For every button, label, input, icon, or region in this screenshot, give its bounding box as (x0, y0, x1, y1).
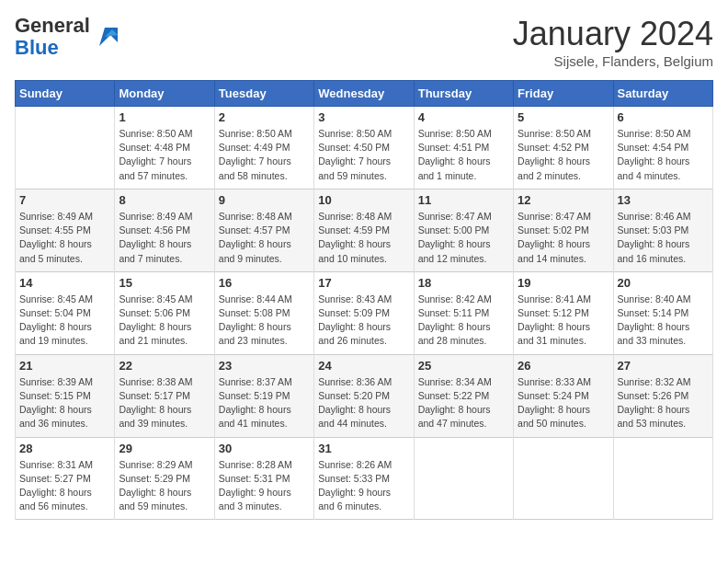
cell-sun-info: Sunrise: 8:48 AMSunset: 4:59 PMDaylight:… (318, 210, 409, 266)
day-number: 21 (19, 359, 110, 373)
day-header-tuesday: Tuesday (214, 81, 313, 107)
calendar-cell: 1Sunrise: 8:50 AMSunset: 4:48 PMDaylight… (115, 107, 214, 190)
calendar-cell: 9Sunrise: 8:48 AMSunset: 4:57 PMDaylight… (214, 189, 313, 271)
day-number: 16 (219, 276, 310, 290)
cell-sun-info: Sunrise: 8:32 AMSunset: 5:26 PMDaylight:… (618, 375, 709, 431)
day-number: 15 (119, 276, 210, 290)
calendar-cell: 31Sunrise: 8:26 AMSunset: 5:33 PMDayligh… (314, 437, 414, 520)
svg-marker-0 (99, 28, 118, 46)
calendar-cell: 12Sunrise: 8:47 AMSunset: 5:02 PMDayligh… (514, 189, 613, 271)
cell-sun-info: Sunrise: 8:37 AMSunset: 5:19 PMDaylight:… (219, 375, 310, 431)
calendar-cell: 7Sunrise: 8:49 AMSunset: 4:55 PMDaylight… (16, 189, 115, 271)
day-number: 17 (318, 276, 409, 290)
cell-sun-info: Sunrise: 8:44 AMSunset: 5:08 PMDaylight:… (219, 293, 310, 349)
cell-sun-info: Sunrise: 8:33 AMSunset: 5:24 PMDaylight:… (518, 375, 609, 431)
calendar-week-row: 7Sunrise: 8:49 AMSunset: 4:55 PMDaylight… (16, 189, 713, 271)
calendar-cell: 24Sunrise: 8:36 AMSunset: 5:20 PMDayligh… (314, 354, 414, 437)
calendar-cell: 5Sunrise: 8:50 AMSunset: 4:52 PMDaylight… (514, 107, 613, 190)
calendar-week-row: 21Sunrise: 8:39 AMSunset: 5:15 PMDayligh… (16, 354, 713, 437)
logo-general-text: General (15, 14, 90, 37)
cell-sun-info: Sunrise: 8:50 AMSunset: 4:51 PMDaylight:… (418, 127, 509, 183)
days-header-row: SundayMondayTuesdayWednesdayThursdayFrid… (16, 81, 713, 107)
day-header-wednesday: Wednesday (314, 81, 414, 107)
cell-sun-info: Sunrise: 8:43 AMSunset: 5:09 PMDaylight:… (318, 293, 409, 349)
cell-sun-info: Sunrise: 8:49 AMSunset: 4:55 PMDaylight:… (19, 210, 110, 266)
day-header-thursday: Thursday (414, 81, 513, 107)
cell-sun-info: Sunrise: 8:36 AMSunset: 5:20 PMDaylight:… (318, 375, 409, 431)
calendar-cell: 26Sunrise: 8:33 AMSunset: 5:24 PMDayligh… (514, 354, 613, 437)
calendar-cell (613, 437, 712, 520)
day-number: 2 (219, 110, 310, 124)
day-header-friday: Friday (514, 81, 613, 107)
day-number: 9 (219, 193, 310, 207)
cell-sun-info: Sunrise: 8:45 AMSunset: 5:06 PMDaylight:… (119, 293, 210, 349)
day-number: 22 (119, 359, 210, 373)
logo: General Blue (15, 15, 118, 59)
day-number: 1 (119, 110, 210, 124)
calendar-cell: 25Sunrise: 8:34 AMSunset: 5:22 PMDayligh… (414, 354, 513, 437)
calendar-cell: 19Sunrise: 8:41 AMSunset: 5:12 PMDayligh… (514, 271, 613, 354)
calendar-cell (16, 107, 115, 190)
day-number: 14 (19, 276, 110, 290)
cell-sun-info: Sunrise: 8:49 AMSunset: 4:56 PMDaylight:… (119, 210, 210, 266)
calendar-week-row: 28Sunrise: 8:31 AMSunset: 5:27 PMDayligh… (16, 437, 713, 520)
calendar-cell: 14Sunrise: 8:45 AMSunset: 5:04 PMDayligh… (16, 271, 115, 354)
page-header: General Blue January 2024 Sijsele, Fland… (15, 15, 713, 69)
calendar-cell: 18Sunrise: 8:42 AMSunset: 5:11 PMDayligh… (414, 271, 513, 354)
cell-sun-info: Sunrise: 8:50 AMSunset: 4:49 PMDaylight:… (219, 127, 310, 183)
cell-sun-info: Sunrise: 8:34 AMSunset: 5:22 PMDaylight:… (418, 375, 509, 431)
cell-sun-info: Sunrise: 8:50 AMSunset: 4:50 PMDaylight:… (318, 127, 409, 183)
calendar-cell: 23Sunrise: 8:37 AMSunset: 5:19 PMDayligh… (214, 354, 313, 437)
day-number: 28 (19, 442, 110, 455)
day-number: 19 (518, 276, 609, 290)
cell-sun-info: Sunrise: 8:42 AMSunset: 5:11 PMDaylight:… (418, 293, 509, 349)
cell-sun-info: Sunrise: 8:48 AMSunset: 4:57 PMDaylight:… (219, 210, 310, 266)
cell-sun-info: Sunrise: 8:47 AMSunset: 5:02 PMDaylight:… (518, 210, 609, 266)
day-number: 29 (119, 442, 210, 455)
cell-sun-info: Sunrise: 8:38 AMSunset: 5:17 PMDaylight:… (119, 375, 210, 431)
day-number: 30 (219, 442, 310, 455)
day-number: 23 (219, 359, 310, 373)
day-number: 5 (518, 110, 609, 124)
cell-sun-info: Sunrise: 8:45 AMSunset: 5:04 PMDaylight:… (19, 293, 110, 349)
calendar-cell: 20Sunrise: 8:40 AMSunset: 5:14 PMDayligh… (613, 271, 712, 354)
day-number: 26 (518, 359, 609, 373)
logo-blue-text: Blue (15, 36, 59, 59)
month-title: January 2024 (513, 15, 713, 53)
day-header-saturday: Saturday (613, 81, 712, 107)
calendar-cell: 22Sunrise: 8:38 AMSunset: 5:17 PMDayligh… (115, 354, 214, 437)
cell-sun-info: Sunrise: 8:50 AMSunset: 4:48 PMDaylight:… (119, 127, 210, 183)
title-block: January 2024 Sijsele, Flanders, Belgium (513, 15, 713, 69)
day-number: 18 (418, 276, 509, 290)
cell-sun-info: Sunrise: 8:41 AMSunset: 5:12 PMDaylight:… (518, 293, 609, 349)
cell-sun-info: Sunrise: 8:50 AMSunset: 4:52 PMDaylight:… (518, 127, 609, 183)
calendar-cell: 29Sunrise: 8:29 AMSunset: 5:29 PMDayligh… (115, 437, 214, 520)
calendar-table: SundayMondayTuesdayWednesdayThursdayFrid… (15, 80, 713, 520)
calendar-cell: 15Sunrise: 8:45 AMSunset: 5:06 PMDayligh… (115, 271, 214, 354)
day-number: 20 (618, 276, 709, 290)
day-number: 11 (418, 193, 509, 207)
calendar-cell: 16Sunrise: 8:44 AMSunset: 5:08 PMDayligh… (214, 271, 313, 354)
calendar-cell: 2Sunrise: 8:50 AMSunset: 4:49 PMDaylight… (214, 107, 313, 190)
calendar-cell: 6Sunrise: 8:50 AMSunset: 4:54 PMDaylight… (613, 107, 712, 190)
day-number: 12 (518, 193, 609, 207)
day-number: 27 (618, 359, 709, 373)
logo-icon (92, 24, 118, 50)
location-subtitle: Sijsele, Flanders, Belgium (513, 53, 713, 69)
cell-sun-info: Sunrise: 8:46 AMSunset: 5:03 PMDaylight:… (618, 210, 709, 266)
cell-sun-info: Sunrise: 8:28 AMSunset: 5:31 PMDaylight:… (219, 458, 310, 514)
cell-sun-info: Sunrise: 8:47 AMSunset: 5:00 PMDaylight:… (418, 210, 509, 266)
day-number: 4 (418, 110, 509, 124)
day-number: 6 (618, 110, 709, 124)
day-number: 31 (318, 442, 409, 455)
cell-sun-info: Sunrise: 8:39 AMSunset: 5:15 PMDaylight:… (19, 375, 110, 431)
day-header-sunday: Sunday (16, 81, 115, 107)
cell-sun-info: Sunrise: 8:31 AMSunset: 5:27 PMDaylight:… (19, 458, 110, 514)
day-number: 13 (618, 193, 709, 207)
calendar-cell: 17Sunrise: 8:43 AMSunset: 5:09 PMDayligh… (314, 271, 414, 354)
calendar-week-row: 1Sunrise: 8:50 AMSunset: 4:48 PMDaylight… (16, 107, 713, 190)
calendar-cell: 10Sunrise: 8:48 AMSunset: 4:59 PMDayligh… (314, 189, 414, 271)
day-number: 25 (418, 359, 509, 373)
cell-sun-info: Sunrise: 8:26 AMSunset: 5:33 PMDaylight:… (318, 458, 409, 514)
calendar-cell: 30Sunrise: 8:28 AMSunset: 5:31 PMDayligh… (214, 437, 313, 520)
